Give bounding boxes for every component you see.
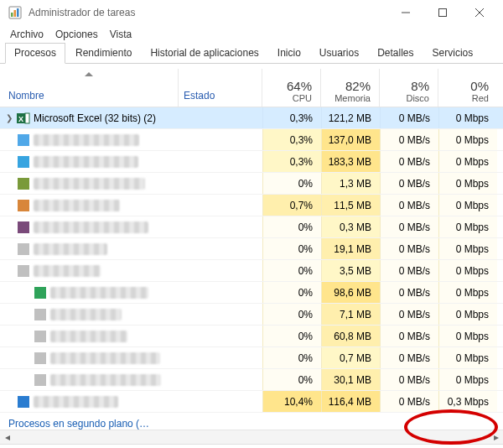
tab-inicio[interactable]: Inicio	[269, 44, 309, 63]
process-row[interactable]: 0,3%137,0 MB0 MB/s0 Mbps	[0, 129, 503, 151]
scroll-track[interactable]	[14, 430, 489, 445]
disk-cell: 0 MB/s	[380, 107, 438, 128]
expand-caret-icon[interactable]: ❯	[5, 113, 13, 122]
app-color-chip	[17, 221, 30, 234]
process-row[interactable]: 0%60,8 MB0 MB/s0 Mbps	[0, 326, 503, 347]
cpu-cell: 0%	[262, 260, 321, 281]
background-processes-group[interactable]: Procesos en segundo plano (…	[0, 414, 503, 430]
app-color-chip	[34, 373, 47, 387]
tab-procesos[interactable]: Procesos	[5, 43, 65, 64]
tab-servicios[interactable]: Servicios	[424, 44, 482, 63]
process-row[interactable]: 0%19,1 MB0 MB/s0 Mbps	[0, 238, 503, 260]
horizontal-scrollbar[interactable]: ◂ ▸	[0, 430, 503, 444]
process-row[interactable]: 0%0,7 MB0 MB/s0 Mbps	[0, 347, 503, 369]
net-usage-total: 0%	[470, 79, 489, 93]
disk-cell: 0 MB/s	[380, 391, 438, 412]
tab-strip: ProcesosRendimientoHistorial de aplicaci…	[0, 44, 503, 64]
col-memory[interactable]: 82% Memoria	[321, 69, 380, 107]
process-name-cell	[0, 216, 179, 237]
cpu-cell: 0%	[262, 347, 321, 368]
col-state-label: Estado	[184, 90, 215, 102]
disk-cell: 0 MB/s	[380, 151, 438, 172]
svg-rect-2	[14, 10, 17, 17]
tab-detalles[interactable]: Detalles	[369, 44, 422, 63]
process-list[interactable]: ❯XMicrosoft Excel (32 bits) (2)0,3%121,2…	[0, 107, 503, 414]
minimize-button[interactable]	[387, 0, 424, 25]
mem-cell: 11,5 MB	[321, 195, 380, 216]
net-cell: 0 Mbps	[438, 304, 497, 325]
process-row[interactable]: 0%30,1 MB0 MB/s0 Mbps	[0, 369, 503, 391]
app-color-chip	[17, 155, 30, 169]
tab-rendimiento[interactable]: Rendimiento	[67, 44, 140, 63]
disk-usage-total: 8%	[411, 79, 429, 93]
col-net[interactable]: 0% Red	[438, 69, 497, 107]
app-color-chip	[17, 264, 30, 278]
mem-cell: 121,2 MB	[321, 107, 380, 128]
close-button[interactable]	[461, 0, 498, 25]
process-name-cell	[0, 195, 179, 216]
disk-cell: 0 MB/s	[380, 304, 438, 325]
tab-usuarios[interactable]: Usuarios	[311, 44, 367, 63]
process-row[interactable]: ❯XMicrosoft Excel (32 bits) (2)0,3%121,2…	[0, 107, 503, 129]
col-name-label: Nombre	[8, 90, 44, 102]
app-color-chip	[34, 330, 47, 343]
process-name-cell	[0, 391, 179, 412]
app-color-chip	[17, 242, 30, 256]
col-state[interactable]: Estado	[179, 69, 262, 107]
process-row[interactable]: 0%7,1 MB0 MB/s0 Mbps	[0, 304, 503, 326]
redacted-process-name	[34, 396, 118, 408]
redacted-process-name	[50, 287, 148, 299]
net-cell: 0,3 Mbps	[438, 391, 497, 412]
col-name[interactable]: Nombre	[0, 69, 179, 107]
process-row[interactable]: 0,7%11,5 MB0 MB/s0 Mbps	[0, 195, 503, 216]
process-name-cell	[0, 304, 179, 325]
tab-historial-de-aplicaciones[interactable]: Historial de aplicaciones	[142, 44, 267, 63]
menu-file[interactable]: Archivo	[5, 27, 49, 42]
app-icon	[8, 6, 22, 19]
state-cell	[179, 151, 262, 172]
mem-cell: 137,0 MB	[321, 129, 380, 150]
scroll-right-icon[interactable]: ▸	[489, 430, 503, 445]
menu-options[interactable]: Opciones	[50, 27, 103, 42]
mem-cell: 0,7 MB	[321, 347, 380, 368]
state-cell	[179, 260, 262, 281]
process-row[interactable]: 0%1,3 MB0 MB/s0 Mbps	[0, 173, 503, 195]
process-name-cell	[0, 151, 179, 172]
process-row[interactable]: 0,3%183,3 MB0 MB/s0 Mbps	[0, 151, 503, 173]
net-cell: 0 Mbps	[438, 195, 497, 216]
maximize-button[interactable]	[424, 0, 461, 25]
cpu-cell: 0,3%	[262, 129, 321, 150]
disk-cell: 0 MB/s	[380, 260, 438, 281]
svg-rect-3	[17, 8, 19, 17]
redacted-process-name	[34, 265, 101, 277]
col-disk[interactable]: 8% Disco	[380, 69, 438, 107]
state-cell	[179, 304, 262, 325]
mem-cell: 30,1 MB	[321, 369, 380, 390]
scroll-left-icon[interactable]: ◂	[0, 430, 14, 445]
net-cell: 0 Mbps	[438, 369, 497, 390]
net-cell: 0 Mbps	[438, 282, 497, 303]
disk-cell: 0 MB/s	[380, 173, 438, 194]
process-row[interactable]: 0%98,6 MB0 MB/s0 Mbps	[0, 282, 503, 304]
process-name: Microsoft Excel (32 bits) (2)	[34, 112, 156, 124]
process-row[interactable]: 0%0,3 MB0 MB/s0 Mbps	[0, 216, 503, 238]
mem-cell: 183,3 MB	[321, 151, 380, 172]
svg-rect-10	[25, 113, 29, 123]
process-row[interactable]: 0%3,5 MB0 MB/s0 Mbps	[0, 260, 503, 282]
memory-usage-total: 82%	[345, 79, 371, 93]
cpu-cell: 0%	[262, 369, 321, 390]
column-headers: Nombre Estado 64% CPU 82% Memoria 8% Dis…	[0, 69, 503, 107]
col-cpu[interactable]: 64% CPU	[262, 69, 321, 107]
state-cell	[179, 129, 262, 150]
state-cell	[179, 238, 262, 259]
svg-rect-1	[11, 13, 13, 17]
process-row[interactable]: 10,4%116,4 MB0 MB/s0,3 Mbps	[0, 391, 503, 413]
title-bar: Administrador de tareas	[0, 0, 503, 25]
menu-view[interactable]: Vista	[105, 27, 137, 42]
state-cell	[179, 195, 262, 216]
process-name-cell	[0, 173, 179, 194]
disk-cell: 0 MB/s	[380, 282, 438, 303]
process-name-cell	[0, 129, 179, 150]
state-cell	[179, 391, 262, 412]
net-cell: 0 Mbps	[438, 151, 497, 172]
